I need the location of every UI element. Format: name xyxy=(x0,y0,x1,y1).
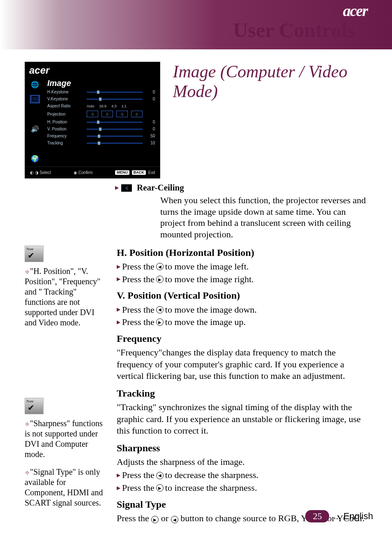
bullet-triangle-icon: ▶ xyxy=(117,276,120,283)
note-text: "H. Position", "V. Position", "Frequency… xyxy=(25,267,100,327)
note-icon: ✔ xyxy=(25,398,44,414)
diamond-bullet-icon: ❖ xyxy=(25,269,30,275)
left-arrow-icon: ◀ xyxy=(156,472,164,479)
diamond-bullet-icon: ❖ xyxy=(25,421,30,427)
section-title: Image (Computer / Video Mode) xyxy=(173,62,367,102)
bullet-triangle-icon: ▶ xyxy=(117,306,120,313)
right-arrow-icon: ▶ xyxy=(156,276,164,283)
osd-label: Projection xyxy=(47,112,83,116)
left-arrow-icon: ◀ xyxy=(156,306,164,313)
osd-value: 10 xyxy=(146,141,155,145)
osd-slider xyxy=(87,129,143,130)
osd-tab-language-icon: 🌍 xyxy=(30,154,40,162)
osd-value: 0 xyxy=(146,90,155,94)
osd-value: 50 xyxy=(146,134,155,138)
osd-tab-timer-icon: ⏱ xyxy=(30,139,40,148)
bullet-triangle-icon: ▶ xyxy=(117,319,120,326)
heading-h-position: H. Position (Horizontal Position) xyxy=(117,246,367,259)
osd-slider xyxy=(87,99,143,100)
note-icon: ✔ xyxy=(25,246,44,262)
right-arrow-icon: ▶ xyxy=(156,318,164,326)
osd-brand: acer xyxy=(25,65,160,76)
paragraph: "Frequency"changes the display data freq… xyxy=(117,347,367,382)
osd-slider xyxy=(87,122,143,123)
osd-panel: acer 🌐 🖼 ✳ 🔊 ⏱ 🌍 Image H.Keystone0 V.Key… xyxy=(25,62,160,179)
left-arrow-icon: ◀ xyxy=(156,263,164,270)
right-arrow-icon: ▶ xyxy=(156,484,164,492)
osd-sidebar: 🌐 🖼 ✳ 🔊 ⏱ 🌍 xyxy=(25,76,45,167)
osd-slider xyxy=(87,136,143,137)
osd-label: Frequency xyxy=(47,134,83,138)
bullet-triangle-icon: ▶ xyxy=(117,485,120,492)
note-text: "Signal Type" is only available for Comp… xyxy=(25,467,103,507)
osd-label: Aspect Ratio xyxy=(47,104,83,108)
osd-value: 0 xyxy=(146,127,155,131)
osd-label: H.Keystone xyxy=(47,90,83,94)
osd-options: Auto16:94:31:1 xyxy=(87,104,155,108)
osd-tab-audio-icon: 🔊 xyxy=(30,125,40,133)
feature-description: When you select this function, the proje… xyxy=(160,195,367,240)
heading-v-position: V. Position (Vertical Position) xyxy=(117,289,367,302)
page-number: 25 xyxy=(305,510,329,522)
content-column: H. Position (Horizontal Position) ▶Press… xyxy=(117,246,367,529)
page-footer: 25 ... English xyxy=(305,510,373,522)
osd-title: Image xyxy=(47,79,155,88)
osd-value: 0 xyxy=(146,97,155,101)
osd-projection-icons: ▫▯▯▫▫▯▯▫ xyxy=(87,111,155,117)
heading-sharpness: Sharpness xyxy=(117,442,367,455)
osd-tab-image-icon: 🖼 xyxy=(30,95,40,103)
osd-tab-management-icon: ✳ xyxy=(30,110,40,118)
osd-footer: ◐ ◑ Select ◉ Confirm MENUBACKExit xyxy=(25,167,160,178)
bullet-triangle-icon: ▶ xyxy=(117,472,120,479)
paragraph: Adjusts the sharpness of the image. xyxy=(117,456,367,468)
notes-column: ✔ ❖"H. Position", "V. Position", "Freque… xyxy=(25,246,107,529)
brand-logo: acer xyxy=(343,2,367,20)
language-label: ... English xyxy=(333,511,373,522)
header-band: acer User Controls xyxy=(0,0,392,49)
page-title: User Controls xyxy=(233,18,355,42)
heading-frequency: Frequency xyxy=(117,332,367,345)
paragraph: "Tracking" synchronizes the signal timin… xyxy=(117,402,367,437)
osd-label: V.Keystone xyxy=(47,97,83,101)
feature-name: Rear-Ceiling xyxy=(137,183,184,193)
osd-slider xyxy=(87,143,143,144)
heading-tracking: Tracking xyxy=(117,387,367,400)
osd-slider xyxy=(87,92,143,93)
osd-tab-color-icon: 🌐 xyxy=(30,80,40,88)
heading-signal-type: Signal Type xyxy=(117,498,367,511)
bullet-triangle-icon: ▶ xyxy=(117,264,120,270)
osd-value: 0 xyxy=(146,120,155,124)
left-arrow-icon: ◀ xyxy=(171,516,178,523)
rear-ceiling-icon: ▫▯ xyxy=(121,184,132,192)
osd-label: H. Position xyxy=(47,120,83,124)
osd-label: Tracking xyxy=(47,141,83,145)
right-arrow-icon: ▶ xyxy=(151,516,159,523)
bullet-triangle-icon: ▶ xyxy=(115,185,119,191)
osd-label: V. Position xyxy=(47,127,83,131)
note-text: "Sharpness" functions is not supported u… xyxy=(25,419,103,459)
diamond-bullet-icon: ❖ xyxy=(25,470,30,476)
